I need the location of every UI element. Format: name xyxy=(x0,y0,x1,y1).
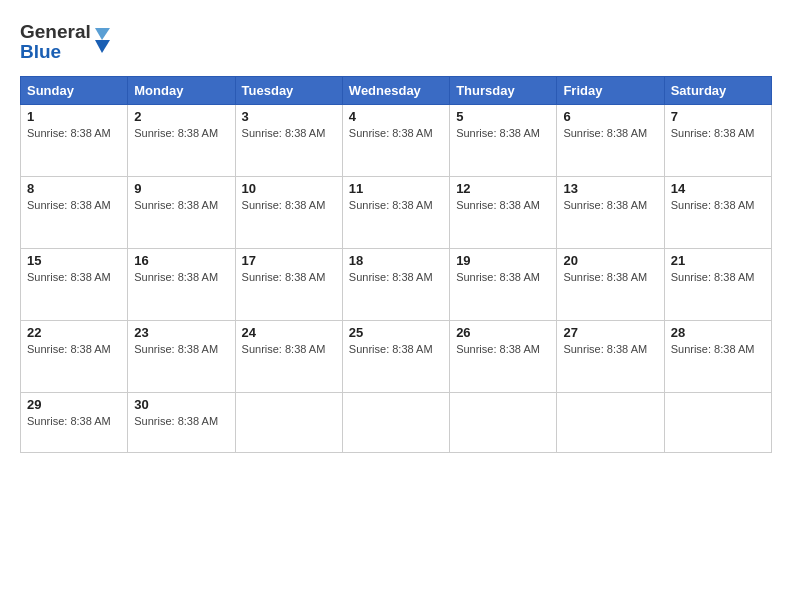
svg-text:Blue: Blue xyxy=(20,41,61,62)
day-number: 10 xyxy=(242,181,336,196)
day-sunrise: Sunrise: 8:38 AM xyxy=(349,199,443,211)
day-number: 25 xyxy=(349,325,443,340)
day-sunrise: Sunrise: 8:38 AM xyxy=(134,415,228,427)
day-sunrise: Sunrise: 8:38 AM xyxy=(563,343,657,355)
header: General Blue xyxy=(20,18,772,66)
day-sunrise: Sunrise: 8:38 AM xyxy=(671,271,765,283)
day-sunrise: Sunrise: 8:38 AM xyxy=(671,199,765,211)
day-number: 1 xyxy=(27,109,121,124)
calendar-cell: 15Sunrise: 8:38 AM xyxy=(21,249,128,321)
calendar-cell: 18Sunrise: 8:38 AM xyxy=(342,249,449,321)
day-number: 15 xyxy=(27,253,121,268)
day-number: 24 xyxy=(242,325,336,340)
day-sunrise: Sunrise: 8:38 AM xyxy=(134,271,228,283)
day-sunrise: Sunrise: 8:38 AM xyxy=(27,199,121,211)
calendar-cell: 22Sunrise: 8:38 AM xyxy=(21,321,128,393)
day-sunrise: Sunrise: 8:38 AM xyxy=(671,127,765,139)
day-number: 5 xyxy=(456,109,550,124)
day-sunrise: Sunrise: 8:38 AM xyxy=(242,199,336,211)
day-number: 28 xyxy=(671,325,765,340)
col-header-friday: Friday xyxy=(557,77,664,105)
day-sunrise: Sunrise: 8:38 AM xyxy=(27,127,121,139)
day-number: 23 xyxy=(134,325,228,340)
calendar-cell xyxy=(450,393,557,453)
col-header-tuesday: Tuesday xyxy=(235,77,342,105)
day-sunrise: Sunrise: 8:38 AM xyxy=(349,343,443,355)
calendar-cell: 20Sunrise: 8:38 AM xyxy=(557,249,664,321)
day-number: 8 xyxy=(27,181,121,196)
col-header-saturday: Saturday xyxy=(664,77,771,105)
calendar-cell: 16Sunrise: 8:38 AM xyxy=(128,249,235,321)
day-sunrise: Sunrise: 8:38 AM xyxy=(456,343,550,355)
day-number: 18 xyxy=(349,253,443,268)
day-sunrise: Sunrise: 8:38 AM xyxy=(456,271,550,283)
calendar-week-row: 1Sunrise: 8:38 AM2Sunrise: 8:38 AM3Sunri… xyxy=(21,105,772,177)
calendar-cell: 24Sunrise: 8:38 AM xyxy=(235,321,342,393)
day-number: 12 xyxy=(456,181,550,196)
day-sunrise: Sunrise: 8:38 AM xyxy=(27,343,121,355)
day-number: 27 xyxy=(563,325,657,340)
calendar-cell: 19Sunrise: 8:38 AM xyxy=(450,249,557,321)
calendar-cell: 6Sunrise: 8:38 AM xyxy=(557,105,664,177)
day-number: 21 xyxy=(671,253,765,268)
col-header-sunday: Sunday xyxy=(21,77,128,105)
calendar-cell: 30Sunrise: 8:38 AM xyxy=(128,393,235,453)
calendar-cell: 27Sunrise: 8:38 AM xyxy=(557,321,664,393)
calendar-cell: 11Sunrise: 8:38 AM xyxy=(342,177,449,249)
calendar-cell: 7Sunrise: 8:38 AM xyxy=(664,105,771,177)
calendar-week-row: 15Sunrise: 8:38 AM16Sunrise: 8:38 AM17Su… xyxy=(21,249,772,321)
day-sunrise: Sunrise: 8:38 AM xyxy=(134,127,228,139)
calendar-cell: 5Sunrise: 8:38 AM xyxy=(450,105,557,177)
day-sunrise: Sunrise: 8:38 AM xyxy=(563,199,657,211)
day-number: 2 xyxy=(134,109,228,124)
calendar-cell: 4Sunrise: 8:38 AM xyxy=(342,105,449,177)
calendar-table: SundayMondayTuesdayWednesdayThursdayFrid… xyxy=(20,76,772,453)
day-sunrise: Sunrise: 8:38 AM xyxy=(456,199,550,211)
day-sunrise: Sunrise: 8:38 AM xyxy=(349,127,443,139)
day-number: 3 xyxy=(242,109,336,124)
day-number: 13 xyxy=(563,181,657,196)
calendar-cell xyxy=(664,393,771,453)
day-number: 20 xyxy=(563,253,657,268)
day-sunrise: Sunrise: 8:38 AM xyxy=(563,271,657,283)
day-number: 17 xyxy=(242,253,336,268)
day-sunrise: Sunrise: 8:38 AM xyxy=(134,199,228,211)
calendar-cell: 14Sunrise: 8:38 AM xyxy=(664,177,771,249)
logo: General Blue xyxy=(20,18,110,66)
calendar-cell: 9Sunrise: 8:38 AM xyxy=(128,177,235,249)
calendar-cell: 3Sunrise: 8:38 AM xyxy=(235,105,342,177)
day-sunrise: Sunrise: 8:38 AM xyxy=(563,127,657,139)
calendar-week-row: 29Sunrise: 8:38 AM30Sunrise: 8:38 AM xyxy=(21,393,772,453)
calendar-cell: 8Sunrise: 8:38 AM xyxy=(21,177,128,249)
calendar-week-row: 8Sunrise: 8:38 AM9Sunrise: 8:38 AM10Sunr… xyxy=(21,177,772,249)
calendar-cell: 12Sunrise: 8:38 AM xyxy=(450,177,557,249)
calendar-cell: 26Sunrise: 8:38 AM xyxy=(450,321,557,393)
day-number: 22 xyxy=(27,325,121,340)
day-number: 30 xyxy=(134,397,228,412)
day-number: 4 xyxy=(349,109,443,124)
calendar-cell: 1Sunrise: 8:38 AM xyxy=(21,105,128,177)
day-number: 29 xyxy=(27,397,121,412)
calendar-cell: 2Sunrise: 8:38 AM xyxy=(128,105,235,177)
svg-text:General: General xyxy=(20,21,91,42)
calendar-cell: 21Sunrise: 8:38 AM xyxy=(664,249,771,321)
day-sunrise: Sunrise: 8:38 AM xyxy=(27,271,121,283)
day-number: 11 xyxy=(349,181,443,196)
calendar-cell: 25Sunrise: 8:38 AM xyxy=(342,321,449,393)
header-row: SundayMondayTuesdayWednesdayThursdayFrid… xyxy=(21,77,772,105)
calendar-cell xyxy=(342,393,449,453)
col-header-wednesday: Wednesday xyxy=(342,77,449,105)
day-sunrise: Sunrise: 8:38 AM xyxy=(671,343,765,355)
day-number: 14 xyxy=(671,181,765,196)
col-header-monday: Monday xyxy=(128,77,235,105)
day-number: 26 xyxy=(456,325,550,340)
calendar-cell xyxy=(235,393,342,453)
day-sunrise: Sunrise: 8:38 AM xyxy=(134,343,228,355)
calendar-cell: 17Sunrise: 8:38 AM xyxy=(235,249,342,321)
calendar-cell: 23Sunrise: 8:38 AM xyxy=(128,321,235,393)
calendar-week-row: 22Sunrise: 8:38 AM23Sunrise: 8:38 AM24Su… xyxy=(21,321,772,393)
col-header-thursday: Thursday xyxy=(450,77,557,105)
day-number: 19 xyxy=(456,253,550,268)
svg-marker-2 xyxy=(95,40,110,53)
day-number: 16 xyxy=(134,253,228,268)
